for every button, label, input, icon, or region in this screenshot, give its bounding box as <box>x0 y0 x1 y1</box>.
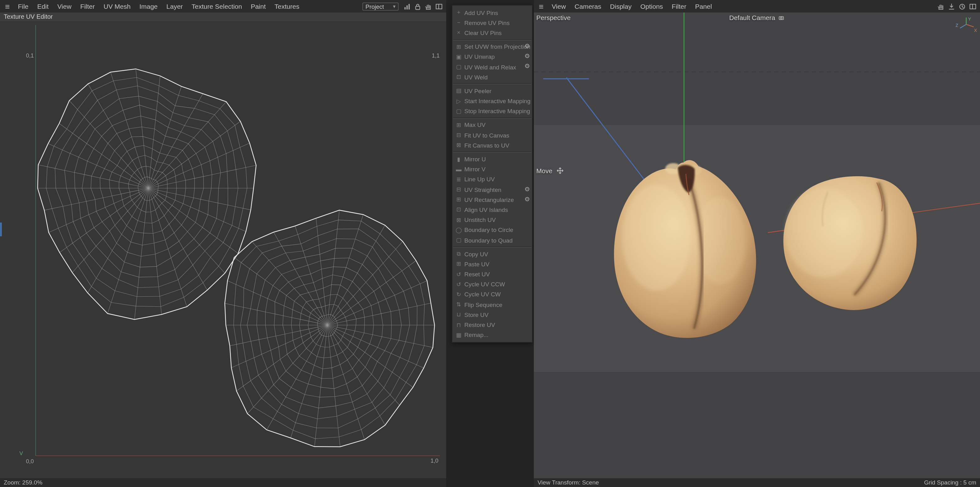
cmd-clear-uv-pins[interactable]: ×Clear UV Pins <box>452 28 532 38</box>
boundary-to-quad-icon: ▢ <box>455 237 463 243</box>
cmd-store-uv[interactable]: ⊔Store UV <box>452 310 532 320</box>
cmd-uv-weld[interactable]: ⊡UV Weld <box>452 72 532 82</box>
cmd-remap[interactable]: ▦Remap... <box>452 330 532 340</box>
chickpea-right[interactable] <box>783 176 917 310</box>
fit-uv-to-canvas-icon: ⊟ <box>455 132 463 138</box>
cmd-uv-peeler[interactable]: ▤UV Peeler <box>452 86 532 96</box>
menu-file[interactable]: File <box>13 3 33 10</box>
viewport-menu-panel[interactable]: Panel <box>691 3 716 10</box>
camera-menu-icon[interactable] <box>778 14 785 21</box>
uv-editor-toolbar <box>403 2 443 10</box>
viewport-3d[interactable]: Perspective Default Camera Move Y X Z <box>534 13 980 478</box>
viewport-menu-options[interactable]: Options <box>636 3 667 10</box>
remap-icon: ▦ <box>455 332 463 338</box>
lock-icon[interactable] <box>414 2 422 10</box>
cmd-label: Restore UV <box>465 321 495 328</box>
copy-uv-icon: ⧉ <box>455 251 463 257</box>
uv-canvas[interactable]: 0,1 1,1 0,0 1,0 V <box>0 21 446 478</box>
cmd-uv-weld-and-relax[interactable]: ▢UV Weld and Relax⚙ <box>452 62 532 72</box>
uv-peeler-icon: ▤ <box>455 88 463 94</box>
viewport-menubar: ≡ ViewCamerasDisplayOptionsFilterPanel <box>534 0 980 13</box>
menu-textures[interactable]: Textures <box>270 3 304 10</box>
restore-uv-icon: ⊓ <box>455 322 463 328</box>
cmd-unstitch-uv[interactable]: ⊠Unstitch UV <box>452 215 532 225</box>
menu-paint[interactable]: Paint <box>246 3 270 10</box>
cmd-cycle-uv-ccw[interactable]: ↺Cycle UV CCW <box>452 279 532 289</box>
tool-name-label: Move <box>536 167 552 174</box>
axis-z-label: Z <box>956 23 958 28</box>
cmd-boundary-to-circle[interactable]: ◯Boundary to Circle <box>452 225 532 235</box>
cmd-line-up-uv[interactable]: ≣Line Up UV <box>452 174 532 184</box>
clear-uv-pins-icon: × <box>455 30 463 36</box>
cmd-reset-uv[interactable]: ↺Reset UV <box>452 269 532 279</box>
cycle-uv-ccw-icon: ↺ <box>455 281 463 287</box>
axis-gizmo[interactable]: Y X Z <box>955 15 977 33</box>
download-icon[interactable] <box>947 2 956 10</box>
gear-icon[interactable]: ⚙ <box>524 53 530 60</box>
menu-image[interactable]: Image <box>135 3 162 10</box>
uv-mesh-svg <box>0 21 446 478</box>
cmd-uv-unwrap[interactable]: ▣UV Unwrap⚙ <box>452 52 532 62</box>
cmd-set-uvw-from-projection[interactable]: ⊞Set UVW from Projection⚙ <box>452 41 532 52</box>
world-axis-lines <box>534 13 980 233</box>
uv-island-1[interactable] <box>38 69 256 319</box>
menu-view[interactable]: View <box>53 3 76 10</box>
gear-icon[interactable]: ⚙ <box>524 186 530 192</box>
cmd-label: UV Weld <box>465 73 488 80</box>
cmd-uv-straighten[interactable]: ⊟UV Straighten⚙ <box>452 184 532 194</box>
project-dropdown[interactable]: Project ▾ <box>362 2 399 10</box>
menu-edit[interactable]: Edit <box>33 3 53 10</box>
gear-icon[interactable]: ⚙ <box>524 195 530 202</box>
cmd-add-uv-pins[interactable]: +Add UV Pins <box>452 8 532 17</box>
cmd-fit-uv-to-canvas[interactable]: ⊟Fit UV to Canvas <box>452 130 532 140</box>
chart-icon[interactable] <box>403 2 411 10</box>
pan-hand-icon[interactable] <box>937 2 945 10</box>
gear-icon[interactable]: ⚙ <box>524 43 530 49</box>
chickpea-left[interactable] <box>614 160 756 338</box>
cmd-mirror-v[interactable]: ▬Mirror V <box>452 164 532 174</box>
move-tool-icon[interactable] <box>556 167 563 174</box>
store-uv-icon: ⊔ <box>455 312 463 318</box>
history-icon[interactable] <box>958 2 966 10</box>
cmd-label: UV Weld and Relax <box>465 63 516 70</box>
remove-uv-pins-icon: − <box>455 20 463 26</box>
layout-icon[interactable] <box>435 2 443 10</box>
menu-filter[interactable]: Filter <box>76 3 99 10</box>
cmd-remove-uv-pins[interactable]: −Remove UV Pins <box>452 17 532 27</box>
cmd-stop-interactive-mapping[interactable]: ▢Stop Interactive Mapping <box>452 106 532 116</box>
cmd-flip-sequence[interactable]: ⇅Flip Sequence <box>452 300 532 309</box>
uv-island-2[interactable] <box>225 210 434 447</box>
cmd-boundary-to-quad[interactable]: ▢Boundary to Quad <box>452 235 532 245</box>
cmd-label: Clear UV Pins <box>465 29 501 36</box>
menu-texture-selection[interactable]: Texture Selection <box>187 3 246 10</box>
pan-hand-icon[interactable] <box>424 2 433 10</box>
cmd-restore-uv[interactable]: ⊓Restore UV <box>452 320 532 330</box>
viewport-menu-cameras[interactable]: Cameras <box>570 3 605 10</box>
gear-icon[interactable]: ⚙ <box>524 63 530 70</box>
mirror-v-icon: ▬ <box>455 166 463 172</box>
viewport-menu-display[interactable]: Display <box>606 3 636 10</box>
uv-editor-menubar: ≡ FileEditViewFilterUV MeshImageLayerTex… <box>0 0 446 13</box>
cmd-label: Unstitch UV <box>465 216 496 223</box>
viewport-menu-filter[interactable]: Filter <box>667 3 691 10</box>
menu-uv-mesh[interactable]: UV Mesh <box>99 3 135 10</box>
cmd-start-interactive-mapping[interactable]: ▷Start Interactive Mapping <box>452 96 532 106</box>
cmd-paste-uv[interactable]: ⊞Paste UV <box>452 259 532 269</box>
cmd-uv-rectangularize[interactable]: ⊞UV Rectangularize⚙ <box>452 194 532 205</box>
cmd-fit-canvas-to-uv[interactable]: ⊠Fit Canvas to UV <box>452 140 532 150</box>
cmd-align-uv-islands[interactable]: ⊡Align UV Islands <box>452 205 532 215</box>
cmd-copy-uv[interactable]: ⧉Copy UV <box>452 249 532 259</box>
cmd-max-uv[interactable]: ⊞Max UV <box>452 120 532 130</box>
camera-selector[interactable]: Default Camera <box>534 14 980 21</box>
cmd-label: Mirror U <box>465 155 486 163</box>
menu-layer[interactable]: Layer <box>162 3 188 10</box>
layout-icon[interactable] <box>969 2 977 10</box>
menu-separator <box>453 152 531 153</box>
cmd-label: Align UV Islands <box>465 206 508 213</box>
viewport-menu-view[interactable]: View <box>547 3 570 10</box>
hamburger-menu-icon[interactable]: ≡ <box>537 2 547 11</box>
uv-command-menu: +Add UV Pins−Remove UV Pins×Clear UV Pin… <box>452 5 533 343</box>
cmd-mirror-u[interactable]: ▮Mirror U <box>452 154 532 164</box>
hamburger-menu-icon[interactable]: ≡ <box>3 2 13 11</box>
cmd-cycle-uv-cw[interactable]: ↻Cycle UV CW <box>452 289 532 300</box>
